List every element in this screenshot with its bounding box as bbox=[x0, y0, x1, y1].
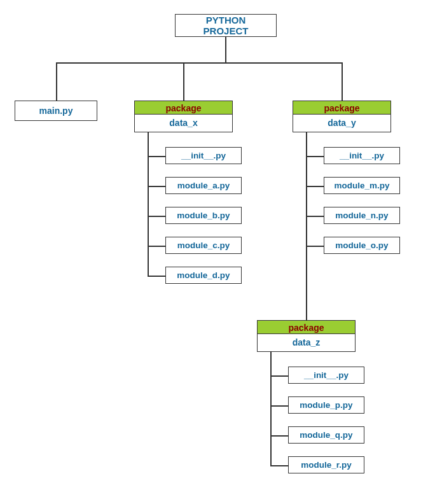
connector bbox=[342, 62, 343, 101]
connector bbox=[148, 186, 165, 187]
connector bbox=[148, 246, 165, 247]
package-header-data-y: package bbox=[293, 101, 391, 115]
connector bbox=[306, 132, 307, 320]
connector bbox=[306, 186, 324, 187]
module-data-y-1: module_m.py bbox=[324, 177, 400, 194]
root-title: PYTHON PROJECT bbox=[175, 14, 277, 37]
connector bbox=[270, 352, 272, 465]
module-data-z-0: __init__.py bbox=[288, 367, 364, 384]
main-file: main.py bbox=[15, 101, 97, 121]
package-header-data-x: package bbox=[134, 101, 233, 115]
connector bbox=[148, 276, 165, 277]
connector bbox=[148, 132, 149, 276]
connector bbox=[148, 156, 165, 157]
module-data-y-2: module_n.py bbox=[324, 207, 400, 224]
package-name-data-y: data_y bbox=[293, 115, 391, 132]
module-data-x-3: module_c.py bbox=[165, 237, 242, 254]
connector bbox=[306, 216, 324, 217]
connector bbox=[183, 62, 184, 101]
connector bbox=[270, 465, 288, 466]
connector bbox=[270, 405, 288, 407]
connector bbox=[148, 216, 165, 217]
package-name-data-x: data_x bbox=[134, 115, 233, 132]
module-data-z-1: module_p.py bbox=[288, 396, 364, 414]
connector bbox=[270, 435, 288, 437]
connector bbox=[270, 375, 288, 377]
connector bbox=[56, 62, 342, 64]
connector bbox=[56, 62, 57, 101]
connector bbox=[306, 156, 324, 157]
module-data-z-3: module_r.py bbox=[288, 456, 364, 473]
module-data-y-3: module_o.py bbox=[324, 237, 400, 254]
module-data-z-2: module_q.py bbox=[288, 426, 364, 444]
module-data-y-0: __init__.py bbox=[324, 147, 400, 164]
connector bbox=[306, 246, 324, 247]
package-name-data-z: data_z bbox=[257, 334, 356, 352]
module-data-x-0: __init__.py bbox=[165, 147, 242, 164]
module-data-x-4: module_d.py bbox=[165, 267, 242, 284]
module-data-x-2: module_b.py bbox=[165, 207, 242, 224]
connector bbox=[225, 37, 226, 62]
module-data-x-1: module_a.py bbox=[165, 177, 242, 194]
package-header-data-z: package bbox=[257, 320, 356, 334]
